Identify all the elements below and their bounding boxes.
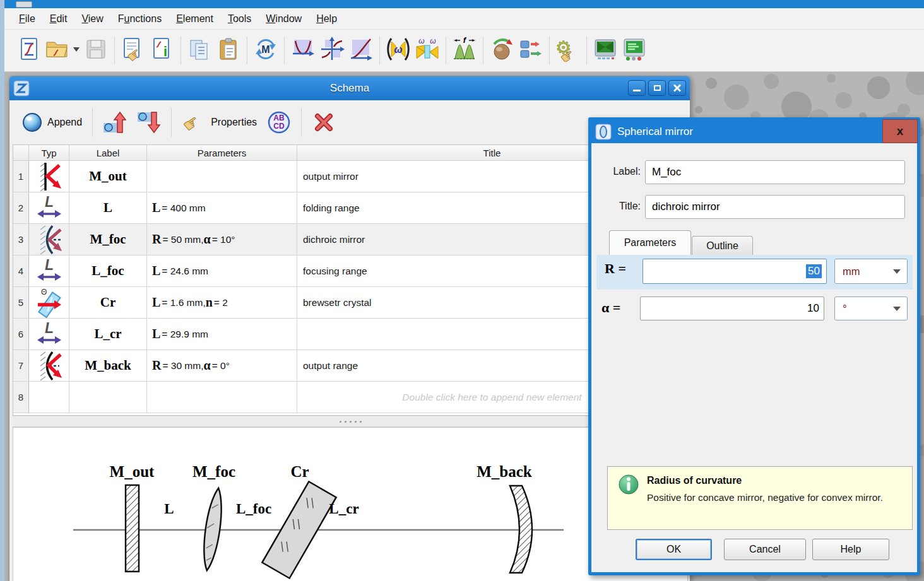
label-input[interactable] (645, 160, 905, 184)
title-input[interactable] (645, 195, 905, 219)
dialog-titlebar[interactable]: Spherical mirror x (591, 120, 917, 143)
calculator-window-button[interactable] (591, 35, 620, 66)
beam-parameters-button[interactable]: ω (384, 35, 413, 66)
caustic-plot-button[interactable] (346, 35, 376, 66)
table-row[interactable]: 6LL_crL = 29.9 mm (13, 319, 687, 350)
splitter-handle[interactable] (13, 416, 688, 427)
dialog-close-button[interactable]: x (882, 119, 918, 143)
chevron-down-icon (893, 307, 901, 311)
element-label: M_back (69, 350, 147, 382)
element-info-button[interactable]: i (148, 35, 177, 66)
header-label[interactable]: Label (69, 145, 147, 161)
header-parameters[interactable]: Parameters (147, 145, 297, 161)
menu-item-element[interactable]: Element (170, 11, 220, 27)
protocol-window-button[interactable] (620, 35, 649, 66)
row-number: 6 (13, 319, 29, 350)
stability-map-button[interactable] (288, 35, 317, 66)
new-schema-icon (16, 37, 42, 64)
adjustment-button[interactable]: ⚙☛ (554, 35, 583, 66)
element-label-m-out: M_out (110, 463, 155, 480)
table-row[interactable]: 5ΘCrL = 1.6 mm, n = 2brewsetr crystal (13, 287, 687, 319)
abcd-matrix-button[interactable]: AB CD (262, 108, 296, 137)
cancel-button[interactable]: Cancel (724, 539, 806, 560)
save-schema-button[interactable] (81, 35, 110, 66)
multirange-caustic-button[interactable]: ωω (413, 35, 442, 66)
element-params: L = 29.9 mm (147, 319, 297, 350)
tab-outline[interactable]: Outline (692, 236, 753, 255)
element-params (147, 161, 297, 192)
element-matrices-icon (518, 37, 543, 64)
delete-element-button[interactable] (307, 108, 341, 137)
element-matrices-button[interactable] (516, 35, 545, 66)
range-icon: L (29, 192, 69, 224)
param-alpha-value: 10 (807, 302, 819, 315)
row-number: 1 (13, 161, 29, 192)
table-row[interactable]: 8Double click here to append new element (13, 382, 687, 413)
gauss-beam-calculator-button[interactable] (487, 35, 516, 66)
maximize-button[interactable] (648, 80, 666, 96)
menu-item-functions[interactable]: Functions (112, 11, 168, 27)
distance-label-l: L (164, 501, 174, 517)
dialog-title: Spherical mirror (617, 126, 693, 138)
schema-canvas: M_out M_foc Cr M_back L L_foc L_cr (13, 427, 688, 581)
delete-icon (312, 110, 336, 134)
move-up-button[interactable] (98, 108, 132, 137)
param-alpha-unit-select[interactable]: ° (834, 296, 908, 320)
repetition-rate-icon: f (452, 37, 477, 64)
close-button[interactable] (668, 80, 686, 96)
menu-item-file[interactable]: File (13, 11, 42, 27)
paste-icon (216, 37, 241, 64)
round-trip-matrix-button[interactable]: M (251, 35, 280, 66)
properties-button[interactable]: ☛ Properties (177, 108, 262, 137)
main-titlebar[interactable] (4, 0, 924, 8)
paste-button[interactable] (214, 35, 243, 66)
element-label: L_cr (69, 319, 147, 350)
table-row[interactable]: 3M_focR = 50 mm, α = 10°dichroic mirror (13, 224, 687, 255)
title-caption: Title: (604, 201, 641, 212)
param-r-unit-select[interactable]: mm (834, 259, 908, 284)
protocol-window-icon (622, 37, 647, 64)
move-down-icon (137, 110, 161, 134)
svg-text:L: L (44, 194, 53, 210)
schematic-element-m-out[interactable] (126, 485, 139, 572)
table-row[interactable]: 1M_outoutput mirror (13, 161, 687, 192)
ok-button[interactable]: OK (636, 539, 712, 560)
edit-element-button[interactable]: ☛ (119, 35, 148, 66)
header-typ[interactable]: Typ (29, 145, 69, 161)
schema-titlebar[interactable]: Schema (9, 76, 690, 100)
empty-type-cell (29, 382, 69, 413)
abcd-matrix-icon: AB CD (267, 110, 291, 134)
element-label: M_out (69, 161, 147, 192)
minimize-button[interactable] (628, 80, 646, 96)
param-r-input[interactable]: 50 (643, 259, 827, 284)
element-label-m-back: M_back (477, 463, 532, 480)
stability-map-2d-button[interactable] (317, 35, 346, 66)
window-left-border (0, 0, 4, 581)
table-row[interactable]: 2LLL = 400 mmfolding range (13, 192, 687, 224)
element-label-m-foc: M_foc (192, 463, 235, 480)
menu-item-window[interactable]: Window (259, 11, 308, 27)
menu-item-edit[interactable]: Edit (44, 11, 74, 27)
copy-button[interactable] (185, 35, 214, 66)
svg-text:ω: ω (430, 37, 435, 45)
menu-item-help[interactable]: Help (310, 11, 343, 27)
move-down-button[interactable] (132, 108, 166, 137)
table-row[interactable]: 4LL_focL = 24.6 mmfocusing range (13, 255, 687, 287)
menu-item-tools[interactable]: Tools (222, 11, 258, 27)
tab-parameters[interactable]: Parameters (609, 230, 691, 255)
menu-item-view[interactable]: View (75, 11, 109, 27)
help-button[interactable]: Help (812, 539, 889, 560)
table-row[interactable]: 7M_backR = 30 mm, α = 0°output range (13, 350, 687, 382)
element-label: Cr (69, 287, 147, 319)
param-r-name: R = (605, 261, 626, 277)
new-schema-button[interactable] (15, 35, 44, 66)
repetition-rate-button[interactable]: f (450, 35, 479, 66)
schema-window-title: Schema (9, 82, 690, 95)
param-alpha-input[interactable]: 10 (640, 296, 824, 320)
svg-text:☛: ☛ (182, 111, 203, 134)
range-icon: L (29, 319, 69, 350)
chevron-down-icon (893, 269, 901, 274)
open-schema-button[interactable] (44, 35, 81, 66)
append-button[interactable]: Append (17, 110, 87, 135)
table-header: Typ Label Parameters Title (13, 145, 687, 161)
